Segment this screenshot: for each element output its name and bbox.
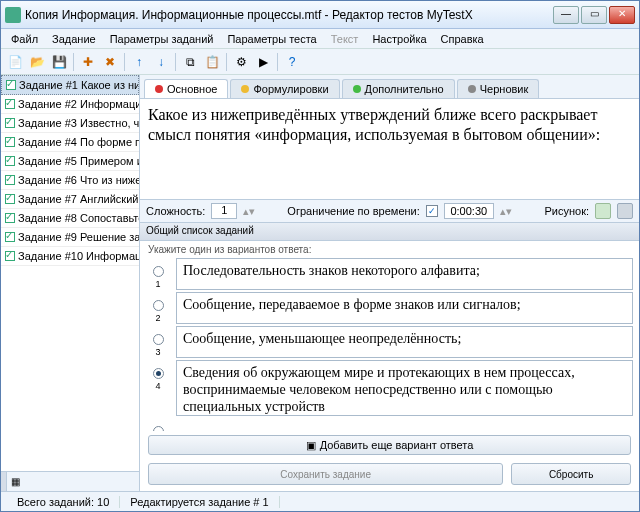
answer-number: 1 (155, 279, 160, 289)
task-item[interactable]: Задание #2 Информацию, отража (1, 95, 139, 114)
complexity-input[interactable]: 1 (211, 203, 237, 219)
answer-number: 4 (155, 381, 160, 391)
check-icon (5, 194, 15, 204)
menu-test-params[interactable]: Параметры теста (221, 31, 322, 47)
new-icon[interactable]: 📄 (5, 52, 25, 72)
answer-number: 3 (155, 347, 160, 357)
preview-icon[interactable]: ▶ (253, 52, 273, 72)
check-icon (5, 232, 15, 242)
task-item[interactable]: Задание #8 Сопоставьте информ (1, 209, 139, 228)
move-down-icon[interactable]: ↓ (151, 52, 171, 72)
answer-row: 1Последовательность знаков некоторого ал… (146, 258, 633, 290)
question-text[interactable]: Какое из нижеприведённых утверждений бли… (140, 99, 639, 199)
check-icon (5, 175, 15, 185)
tabs: Основное Формулировки Дополнительно Черн… (140, 75, 639, 99)
status-total: Всего заданий: 10 (7, 496, 120, 508)
task-label: Задание #5 Примером информаци (18, 155, 139, 167)
check-icon (5, 251, 15, 261)
task-item[interactable]: Задание #9 Решение задачи по на (1, 228, 139, 247)
tab-extra[interactable]: Дополнительно (342, 79, 455, 98)
params-row: Сложность: 1 ▴▾ Ограничение по времени: … (140, 199, 639, 223)
check-icon (5, 213, 15, 223)
answer-hint: Укажите один из вариантов ответа: (140, 241, 639, 258)
answer-row: 4Сведения об окружающем мире и протекающ… (146, 360, 633, 416)
answer-radio[interactable] (153, 334, 164, 345)
menu-text: Текст (325, 31, 365, 47)
answer-radio[interactable] (153, 368, 164, 379)
move-up-icon[interactable]: ↑ (129, 52, 149, 72)
statusbar: Всего заданий: 10 Редактируется задание … (1, 491, 639, 511)
task-list: Задание #1 Какое из нижеприЗадание #2 Ин… (1, 75, 139, 471)
task-item[interactable]: Задание #3 Известно, что наибо (1, 114, 139, 133)
answer-radio[interactable] (153, 426, 164, 431)
answer-text[interactable]: Сообщение, передаваемое в форме знаков и… (176, 292, 633, 324)
help-icon[interactable]: ? (282, 52, 302, 72)
sidebar: Задание #1 Какое из нижеприЗадание #2 Ин… (1, 75, 140, 491)
menu-help[interactable]: Справка (435, 31, 490, 47)
toolbar: 📄 📂 💾 ✚ ✖ ↑ ↓ ⧉ 📋 ⚙ ▶ ? (1, 49, 639, 75)
reset-button[interactable]: Сбросить (511, 463, 631, 485)
time-limit-checkbox[interactable]: ✓ (426, 205, 438, 217)
menu-task[interactable]: Задание (46, 31, 102, 47)
answer-row: 5 (146, 418, 633, 431)
tab-draft[interactable]: Черновик (457, 79, 540, 98)
task-label: Задание #2 Информацию, отража (18, 98, 139, 110)
answers-container: 1Последовательность знаков некоторого ал… (140, 258, 639, 431)
copy-icon[interactable]: ⧉ (180, 52, 200, 72)
sidebar-footer: ▦ (1, 471, 139, 491)
task-label: Задание #9 Решение задачи по на (18, 231, 139, 243)
check-icon (6, 80, 16, 90)
task-label: Задание #7 Английский язык нож (18, 193, 139, 205)
menu-task-params[interactable]: Параметры заданий (104, 31, 220, 47)
task-item[interactable]: Задание #1 Какое из нижепри (1, 75, 139, 95)
answer-row: 3Сообщение, уменьшающее неопределённость… (146, 326, 633, 358)
task-label: Задание #1 Какое из нижепри (19, 79, 139, 91)
answer-text[interactable]: Сведения об окружающем мире и протекающи… (176, 360, 633, 416)
task-item[interactable]: Задание #5 Примером информаци (1, 152, 139, 171)
task-item[interactable]: Задание #7 Английский язык нож (1, 190, 139, 209)
task-label: Задание #3 Известно, что наибо (18, 117, 139, 129)
answer-text[interactable]: Последовательность знаков некоторого алф… (176, 258, 633, 290)
complexity-label: Сложность: (146, 205, 205, 217)
maximize-button[interactable]: ▭ (581, 6, 607, 24)
open-icon[interactable]: 📂 (27, 52, 47, 72)
check-icon (5, 137, 15, 147)
save-icon[interactable]: 💾 (49, 52, 69, 72)
paste-icon[interactable]: 📋 (202, 52, 222, 72)
task-label: Задание #6 Что из ниже перечисл (18, 174, 139, 186)
tab-formulations[interactable]: Формулировки (230, 79, 339, 98)
add-answer-button[interactable]: ▣Добавить еще вариант ответа (148, 435, 631, 455)
close-button[interactable]: ✕ (609, 6, 635, 24)
time-limit-input[interactable]: 0:00:30 (444, 203, 494, 219)
app-icon (5, 7, 21, 23)
menu-settings[interactable]: Настройка (366, 31, 432, 47)
answer-radio[interactable] (153, 300, 164, 311)
minimize-button[interactable]: — (553, 6, 579, 24)
answer-radio[interactable] (153, 266, 164, 277)
settings-icon[interactable]: ⚙ (231, 52, 251, 72)
menubar: Файл Задание Параметры заданий Параметры… (1, 29, 639, 49)
answer-text[interactable]: Сообщение, уменьшающее неопределённость; (176, 326, 633, 358)
time-limit-label: Ограничение по времени: (287, 205, 419, 217)
answer-text[interactable] (176, 418, 633, 426)
titlebar: Копия Информация. Информационные процесс… (1, 1, 639, 29)
save-task-button[interactable]: Сохранить задание (148, 463, 503, 485)
window-title: Копия Информация. Информационные процесс… (25, 8, 553, 22)
app-window: Копия Информация. Информационные процесс… (0, 0, 640, 512)
task-label: Задание #4 По форме представле (18, 136, 139, 148)
task-item[interactable]: Задание #10 Информацию, излож (1, 247, 139, 266)
task-item[interactable]: Задание #6 Что из ниже перечисл (1, 171, 139, 190)
picture-add-button[interactable] (595, 203, 611, 219)
add-task-icon[interactable]: ✚ (78, 52, 98, 72)
task-item[interactable]: Задание #4 По форме представле (1, 133, 139, 152)
menu-file[interactable]: Файл (5, 31, 44, 47)
check-icon (5, 118, 15, 128)
answer-row: 2Сообщение, передаваемое в форме знаков … (146, 292, 633, 324)
tab-main[interactable]: Основное (144, 79, 228, 98)
status-editing: Редактируется задание # 1 (120, 496, 279, 508)
delete-task-icon[interactable]: ✖ (100, 52, 120, 72)
task-label: Задание #10 Информацию, излож (18, 250, 139, 262)
main-panel: Основное Формулировки Дополнительно Черн… (140, 75, 639, 491)
answer-number: 2 (155, 313, 160, 323)
picture-view-button[interactable] (617, 203, 633, 219)
